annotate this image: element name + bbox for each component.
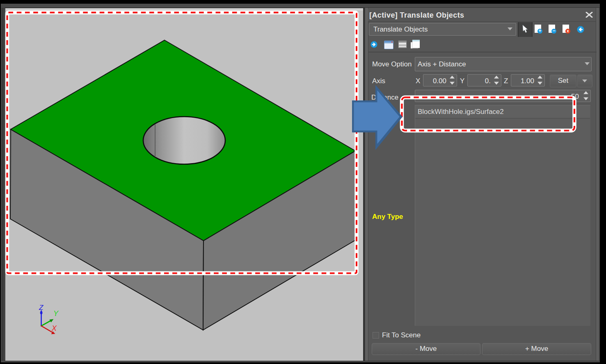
svg-text:Z: Z (39, 304, 43, 312)
svg-text:X: X (51, 324, 57, 332)
svg-text:Y: Y (53, 309, 59, 318)
